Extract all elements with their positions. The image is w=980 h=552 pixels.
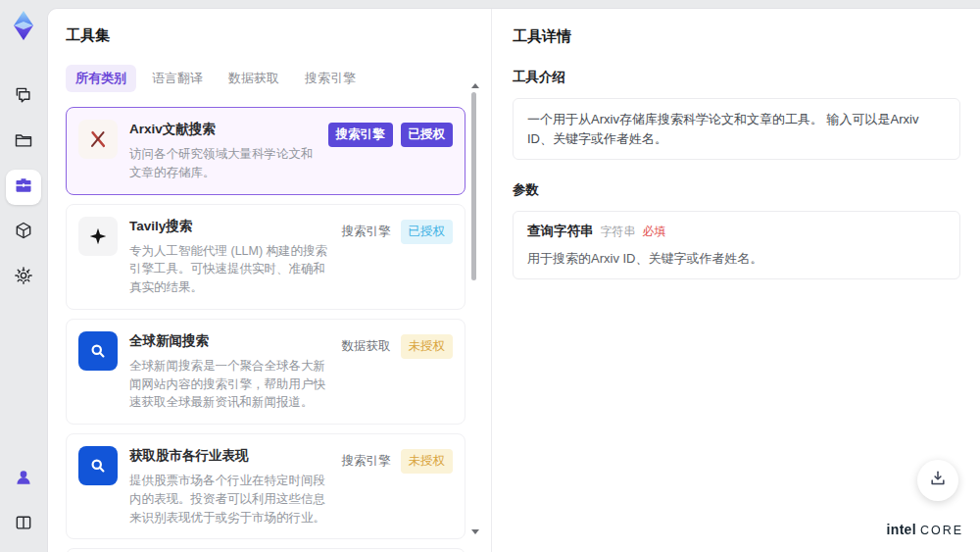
sidebar-rail [0,0,47,552]
core-wordmark: CORE [920,524,963,537]
tab-search-engine[interactable]: 搜索引擎 [295,65,366,92]
tool-description: 提供股票市场各个行业在特定时间段内的表现。投资者可以利用这些信息来识别表现优于或… [129,472,328,527]
category-badge: 搜索引擎 [340,449,393,474]
download-icon [928,469,948,492]
sidebar-item-panel-toggle[interactable] [6,507,41,542]
cube-icon [14,221,33,244]
tool-card-active-stocks[interactable]: 获取市场最活跃股票信息 提供当天交易量最高的股票列表，投资者可以利用这些信息来识… [66,548,466,552]
arxiv-logo-icon [78,120,118,159]
param-box: 查询字符串 字符串 必填 用于搜索的Arxiv ID、关键字或作者姓名。 [513,211,960,279]
scrollbar-thumb[interactable] [471,92,476,280]
detail-title: 工具详情 [513,27,960,46]
auth-status-badge: 未授权 [401,449,454,474]
category-badge: 搜索引擎 [328,123,393,147]
intel-core-logo: intel CORE [887,522,963,537]
app-root: 工具集 所有类别 语言翻译 数据获取 搜索引擎 A [0,0,980,552]
tool-card-global-news[interactable]: 全球新闻搜索 全球新闻搜索是一个聚合全球各大新闻网站内容的搜索引擎，帮助用户快速… [66,319,466,425]
scroll-up-arrow-icon[interactable] [471,83,479,88]
app-logo-icon [7,9,40,42]
auth-status-badge: 未授权 [401,334,454,359]
params-heading: 参数 [513,181,960,199]
tool-name: Tavily搜索 [129,218,328,235]
sidebar-item-settings[interactable] [6,260,41,295]
tab-all-categories[interactable]: 所有类别 [66,65,136,92]
page-title: 工具集 [66,26,466,45]
user-icon [14,468,33,491]
tools-column: 工具集 所有类别 语言翻译 数据获取 搜索引擎 A [48,9,491,552]
tavily-star-icon [78,217,118,256]
tool-name: Arxiv文献搜索 [129,121,317,138]
download-button[interactable] [917,460,958,501]
sidebar-item-packages[interactable] [6,215,41,250]
intro-text: 一个用于从Arxiv存储库搜索科学论文和文章的工具。 输入可以是Arxiv ID… [527,110,946,148]
tool-description: 全球新闻搜索是一个聚合全球各大新闻网站内容的搜索引擎，帮助用户快速获取全球最新资… [129,357,328,412]
param-name: 查询字符串 [527,223,594,240]
scroll-down-arrow-icon[interactable] [471,529,479,534]
tool-card-sector-performance[interactable]: 获取股市各行业表现 提供股票市场各个行业在特定时间段内的表现。投资者可以利用这些… [66,433,466,539]
category-badge: 数据获取 [340,334,393,359]
tool-card-arxiv[interactable]: Arxiv文献搜索 访问各个研究领域大量科学论文和文章的存储库。 搜索引擎 已授… [66,107,466,195]
tab-data-fetch[interactable]: 数据获取 [219,65,289,92]
sidebar-item-tools[interactable] [6,170,41,205]
param-description: 用于搜索的Arxiv ID、关键字或作者姓名。 [527,250,946,268]
main-panel: 工具集 所有类别 语言翻译 数据获取 搜索引擎 A [47,8,980,552]
auth-status-badge: 已授权 [401,123,454,147]
auth-status-badge: 已授权 [401,220,454,244]
stock-search-icon [78,446,118,485]
folder-icon [14,130,33,154]
tool-description: 访问各个研究领域大量科学论文和文章的存储库。 [129,145,317,182]
param-type: 字符串 [601,224,636,240]
sidebar-item-account[interactable] [6,462,41,497]
category-badge: 搜索引擎 [340,220,393,244]
tab-language-translation[interactable]: 语言翻译 [142,65,213,92]
intro-heading: 工具介绍 [513,69,960,86]
news-search-icon [78,331,118,371]
tool-description: 专为人工智能代理 (LLM) 构建的搜索引擎工具。可快速提供实时、准确和真实的结… [129,242,328,297]
gear-icon [14,266,33,289]
tool-detail-panel: 工具详情 工具介绍 一个用于从Arxiv存储库搜索科学论文和文章的工具。 输入可… [491,9,980,552]
sidebar-item-chat[interactable] [6,79,41,115]
tool-list-scrollbar [469,83,479,534]
sidebar-item-files[interactable] [6,125,41,160]
tool-card-tavily[interactable]: Tavily搜索 专为人工智能代理 (LLM) 构建的搜索引擎工具。可快速提供实… [66,204,466,310]
param-required-flag: 必填 [643,224,666,240]
tool-list: Arxiv文献搜索 访问各个研究领域大量科学论文和文章的存储库。 搜索引擎 已授… [66,107,466,552]
toolbox-icon [14,176,33,199]
category-tabs: 所有类别 语言翻译 数据获取 搜索引擎 [66,65,466,92]
tool-name: 获取股市各行业表现 [129,447,328,465]
split-panel-icon [14,513,33,536]
intro-box: 一个用于从Arxiv存储库搜索科学论文和文章的工具。 输入可以是Arxiv ID… [513,98,960,160]
intel-wordmark: intel [887,522,916,537]
chat-icon [14,85,33,109]
tool-name: 全球新闻搜索 [129,332,328,350]
